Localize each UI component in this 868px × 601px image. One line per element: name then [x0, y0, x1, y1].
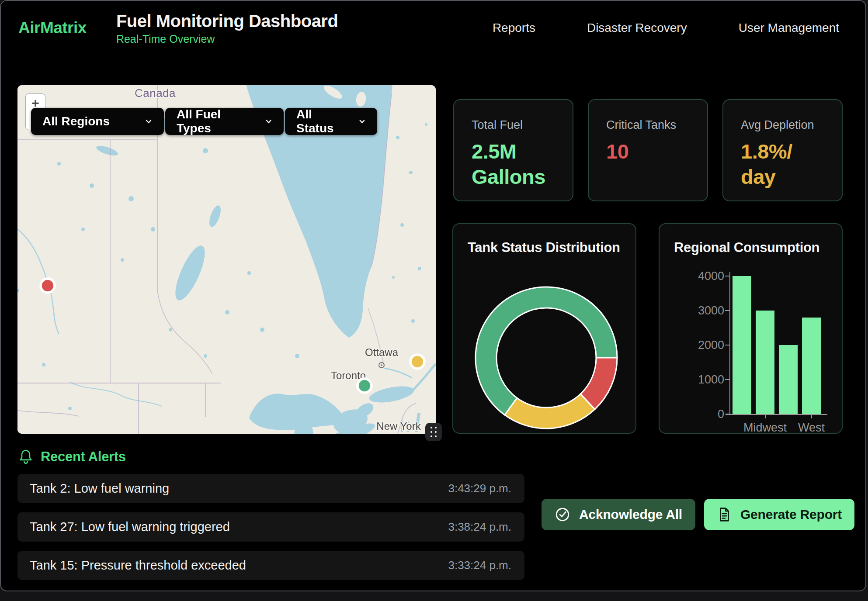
- map-svg: Canada OttawaTorontoNew York: [17, 85, 436, 434]
- page-title: Fuel Monitoring Dashboard: [116, 11, 338, 31]
- tank-marker[interactable]: [410, 355, 424, 369]
- y-tick-label: 4000: [685, 269, 724, 283]
- bar-chart: 01000200030004000MidwestWest: [660, 224, 842, 433]
- y-tick-mark: [725, 345, 729, 345]
- x-tick-mark: [811, 414, 812, 418]
- alert-row[interactable]: Tank 15: Pressure threshold exceeded3:33…: [17, 551, 524, 580]
- resize-grip-handle[interactable]: [425, 423, 442, 441]
- alerts-header: Recent Alerts: [18, 449, 126, 465]
- nav-item-disaster-recovery[interactable]: Disaster Recovery: [587, 21, 687, 35]
- stat-value: 2.5M Gallons: [472, 139, 556, 190]
- circle-check-icon: [555, 507, 570, 522]
- y-axis-line: [729, 272, 730, 415]
- y-tick-mark: [725, 379, 729, 380]
- map-label-ottawa: Ottawa: [365, 346, 399, 358]
- stat-value: 1.8%/ day: [741, 139, 825, 190]
- map-panel: Canada OttawaTorontoNew York + − All Reg…: [17, 85, 436, 434]
- y-tick-label: 3000: [685, 304, 724, 318]
- stat-value: 10: [606, 139, 691, 164]
- chevron-down-icon: [144, 117, 153, 126]
- donut-segment: [505, 394, 595, 428]
- acknowledge-all-label: Acknowledge All: [579, 507, 682, 522]
- map-filters: All RegionsAll Fuel TypesAll Status: [31, 108, 377, 135]
- filter-dropdown-all-regions[interactable]: All Regions: [31, 108, 164, 135]
- map-canvas[interactable]: Canada OttawaTorontoNew York + − All Reg…: [17, 85, 436, 434]
- alert-row[interactable]: Tank 2: Low fuel warning3:43:29 p.m.: [17, 474, 524, 503]
- filter-label: All Regions: [42, 114, 110, 128]
- header: AirMatrix Fuel Monitoring Dashboard Real…: [1, 1, 865, 55]
- filter-label: All Fuel Types: [177, 107, 256, 135]
- stat-cards: Total Fuel2.5M GallonsCritical Tanks10Av…: [453, 99, 843, 201]
- stat-label: Critical Tanks: [606, 118, 691, 132]
- nav-item-user-management[interactable]: User Management: [739, 21, 839, 35]
- consumption-bar: [779, 345, 798, 414]
- x-axis-line: [726, 414, 827, 415]
- brand-logo: AirMatrix: [18, 19, 87, 37]
- generate-report-button[interactable]: Generate Report: [704, 499, 854, 530]
- filter-dropdown-all-fuel-types[interactable]: All Fuel Types: [165, 108, 284, 135]
- consumption-bar: [802, 318, 821, 414]
- x-tick-mark: [765, 414, 766, 418]
- map-label-new-york: New York: [376, 420, 421, 432]
- stat-label: Avg Depletion: [741, 118, 825, 132]
- chevron-down-icon: [358, 117, 367, 126]
- alert-text: Tank 15: Pressure threshold exceeded: [30, 558, 246, 573]
- y-tick-label: 2000: [685, 338, 724, 352]
- alert-row[interactable]: Tank 27: Low fuel warning triggered3:38:…: [17, 512, 524, 542]
- page-subtitle: Real-Time Overview: [116, 33, 338, 45]
- x-tick-label: West: [798, 421, 825, 435]
- alert-timestamp: 3:38:24 p.m.: [448, 520, 511, 534]
- stat-label: Total Fuel: [472, 118, 556, 132]
- main-nav: ReportsDisaster RecoveryUser Management: [493, 1, 839, 55]
- chevron-down-icon: [264, 117, 273, 126]
- generate-report-label: Generate Report: [740, 507, 842, 522]
- y-tick-mark: [725, 276, 729, 276]
- map-label-canada: Canada: [135, 86, 176, 100]
- alert-list: Tank 2: Low fuel warning3:43:29 p.m.Tank…: [17, 474, 524, 589]
- document-icon: [717, 507, 732, 522]
- alert-timestamp: 3:43:29 p.m.: [448, 482, 511, 495]
- stat-card-avg-depletion: Avg Depletion1.8%/ day: [722, 99, 843, 201]
- regional-consumption-card: Regional Consumption 01000200030004000Mi…: [659, 223, 843, 434]
- tank-status-card: Tank Status Distribution: [452, 223, 636, 434]
- alert-text: Tank 2: Low fuel warning: [30, 481, 169, 496]
- title-block: Fuel Monitoring Dashboard Real-Time Over…: [116, 11, 338, 45]
- filter-dropdown-all-status[interactable]: All Status: [285, 108, 377, 135]
- filter-label: All Status: [296, 107, 350, 135]
- dashboard-window: AirMatrix Fuel Monitoring Dashboard Real…: [0, 0, 866, 591]
- bell-icon: [18, 449, 33, 465]
- tank-marker[interactable]: [358, 379, 372, 393]
- alert-text: Tank 27: Low fuel warning triggered: [30, 520, 230, 534]
- y-tick-label: 1000: [685, 373, 724, 387]
- nav-item-reports[interactable]: Reports: [493, 21, 535, 35]
- consumption-bar: [756, 311, 774, 414]
- acknowledge-all-button[interactable]: Acknowledge All: [542, 499, 695, 530]
- donut-chart-title: Tank Status Distribution: [468, 240, 620, 256]
- donut-chart: [453, 224, 637, 435]
- y-tick-mark: [725, 310, 729, 311]
- stat-card-total-fuel: Total Fuel2.5M Gallons: [453, 99, 573, 201]
- alerts-title: Recent Alerts: [41, 449, 126, 465]
- y-tick-label: 0: [685, 408, 724, 421]
- alert-timestamp: 3:33:24 p.m.: [448, 559, 511, 572]
- stat-card-critical-tanks: Critical Tanks10: [588, 99, 708, 201]
- tank-marker[interactable]: [41, 279, 55, 293]
- x-tick-label: Midwest: [743, 421, 787, 435]
- y-tick-mark: [725, 414, 729, 414]
- consumption-bar: [733, 276, 751, 414]
